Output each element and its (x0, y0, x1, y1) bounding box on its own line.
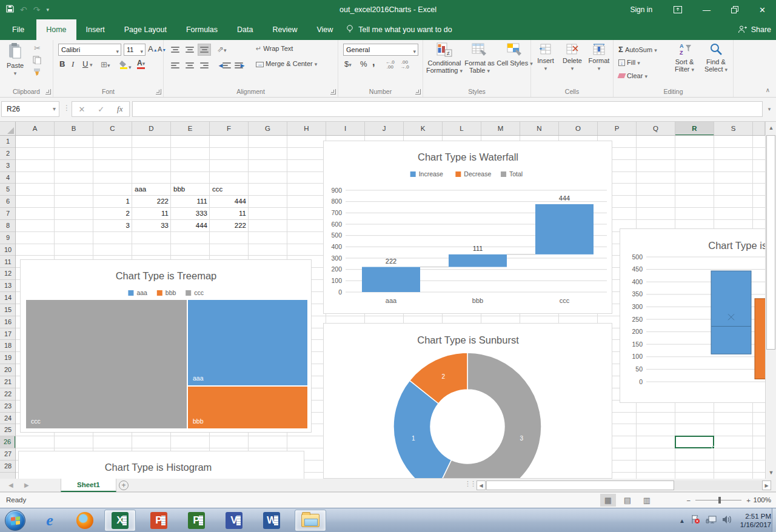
cell-F8[interactable]: 222 (210, 220, 249, 231)
comma-style-icon[interactable]: , (372, 57, 375, 68)
network-icon[interactable] (706, 515, 717, 527)
column-header-F[interactable]: F (210, 122, 249, 136)
minimize-button[interactable]: — (692, 0, 721, 19)
column-header-L[interactable]: L (443, 122, 481, 136)
row-header-25[interactable]: 25 (0, 424, 16, 436)
align-right-icon[interactable] (198, 59, 211, 71)
row-header-24[interactable]: 24 (0, 413, 16, 425)
decrease-indent-icon[interactable]: ◀ (217, 59, 230, 71)
column-header-N[interactable]: N (520, 122, 559, 136)
cell-E6[interactable]: 111 (171, 196, 210, 207)
merge-center-button[interactable]: ↔ Merge & Center ▾ (256, 60, 317, 67)
column-header-H[interactable]: H (287, 122, 326, 136)
tab-insert[interactable]: Insert (76, 19, 115, 40)
cell-D8[interactable]: 33 (132, 220, 171, 231)
formula-input[interactable] (132, 101, 763, 117)
underline-button[interactable]: U (82, 59, 88, 68)
volume-icon[interactable] (722, 515, 732, 527)
show-desktop-button[interactable] (772, 508, 776, 532)
column-header-R[interactable]: R (675, 122, 714, 136)
clock[interactable]: 2:51 PM 1/16/2017 (740, 512, 771, 529)
tell-me-box[interactable]: Tell me what you want to do (343, 19, 452, 40)
increase-indent-icon[interactable]: ▶ (233, 59, 246, 71)
copy-icon[interactable] (33, 56, 41, 65)
column-header-P[interactable]: P (598, 122, 637, 136)
conditional-formatting-button[interactable]: ≠ Conditional Formatting ▾ (426, 42, 463, 75)
chart-box-whisker[interactable]: Chart Type is BoxWhisker0501001502002503… (620, 228, 765, 403)
zoom-out-icon[interactable]: − (687, 497, 691, 504)
row-header-3[interactable]: 3 (0, 160, 16, 172)
cell-C8[interactable]: 3 (93, 220, 132, 231)
select-all-corner[interactable] (0, 122, 16, 136)
row-header-6[interactable]: 6 (0, 196, 16, 208)
cell-F7[interactable]: 11 (210, 208, 249, 219)
accounting-format-icon[interactable]: $▾ (344, 59, 352, 68)
chart-treemap[interactable]: Chart Type is Treemapaaabbbccccccaaabbb (20, 259, 312, 433)
row-header-23[interactable]: 23 (0, 401, 16, 413)
row-header-22[interactable]: 22 (0, 388, 16, 401)
column-header-A[interactable]: A (16, 122, 55, 136)
scroll-right-icon[interactable]: ▶ (762, 480, 771, 490)
font-name-combo[interactable]: Calibri▾ (58, 44, 121, 56)
row-header-14[interactable]: 14 (0, 292, 16, 304)
expand-formula-bar-icon[interactable]: ▾ (764, 101, 775, 117)
zoom-slider[interactable] (695, 500, 741, 500)
borders-icon[interactable]: ⊞▾ (101, 60, 110, 69)
row-header-2[interactable]: 2 (0, 148, 16, 160)
row-header-20[interactable]: 20 (0, 364, 16, 376)
normal-view-icon[interactable]: ▦ (600, 494, 616, 507)
row-header-26[interactable]: 26 (0, 436, 16, 448)
row-header-15[interactable]: 15 (0, 304, 16, 316)
column-header-M[interactable]: M (481, 122, 520, 136)
fill-handle[interactable] (712, 446, 715, 449)
format-painter-icon[interactable] (33, 68, 41, 78)
row-header-18[interactable]: 18 (0, 340, 16, 352)
cell-styles-button[interactable]: Cell Styles ▾ (496, 42, 534, 67)
column-header-B[interactable]: B (55, 122, 93, 136)
cell-E8[interactable]: 444 (171, 220, 210, 231)
align-bottom-icon[interactable] (198, 44, 211, 56)
cell-C6[interactable]: 1 (93, 196, 132, 207)
number-format-combo[interactable]: General▾ (343, 44, 418, 56)
font-color-icon[interactable]: A▾ (137, 59, 145, 67)
cell-D6[interactable]: 222 (132, 196, 171, 207)
percent-style-icon[interactable]: % (360, 59, 367, 68)
decrease-decimal-icon[interactable]: .00→.0 (400, 60, 409, 70)
cell-D5[interactable]: aaa (132, 184, 171, 195)
taskbar-visio[interactable]: V (218, 510, 250, 531)
insert-cells-button[interactable]: Insert▾ (532, 44, 559, 71)
column-header-partial[interactable] (753, 122, 765, 136)
page-break-view-icon[interactable]: ▥ (639, 494, 655, 507)
restore-button[interactable] (721, 0, 749, 19)
delete-cells-button[interactable]: Delete▾ (559, 44, 586, 71)
action-center-flag-icon[interactable] (691, 514, 700, 527)
insert-function-icon[interactable]: fx (117, 104, 122, 114)
collapse-ribbon-icon[interactable]: ∧ (766, 87, 770, 93)
fill-button[interactable]: ↓ Fill ▾ (618, 59, 640, 66)
font-size-combo[interactable]: 11▾ (124, 44, 146, 56)
sheet-nav-right-icon[interactable]: ▶ (24, 479, 29, 492)
row-header-19[interactable]: 19 (0, 352, 16, 364)
row-header-7[interactable]: 7 (0, 208, 16, 220)
chart-waterfall[interactable]: Chart Type is WaterfallIncreaseDecreaseT… (323, 141, 612, 314)
column-header-C[interactable]: C (93, 122, 132, 136)
cancel-icon[interactable]: ✕ (78, 105, 85, 114)
row-header-4[interactable]: 4 (0, 172, 16, 184)
wrap-text-button[interactable]: ↵ Wrap Text (256, 45, 293, 53)
increase-font-icon[interactable]: A▲ (148, 44, 158, 53)
tab-page-layout[interactable]: Page Layout (115, 19, 176, 40)
cell-D7[interactable]: 11 (132, 208, 171, 219)
horizontal-scroll-thumb[interactable] (486, 480, 674, 490)
name-box[interactable]: R26▾ (1, 101, 59, 117)
row-header-11[interactable]: 11 (0, 256, 16, 268)
autosum-button[interactable]: Σ AutoSum ▾ (618, 45, 657, 54)
row-header-21[interactable]: 21 (0, 376, 16, 388)
new-sheet-icon[interactable]: + (119, 480, 129, 490)
cell-E7[interactable]: 333 (171, 208, 210, 219)
vertical-scroll-thumb[interactable] (766, 135, 775, 350)
column-header-G[interactable]: G (249, 122, 287, 136)
tab-data[interactable]: Data (227, 19, 263, 40)
column-header-J[interactable]: J (365, 122, 404, 136)
scroll-left-icon[interactable]: ◀ (477, 480, 486, 490)
bold-button[interactable]: B (59, 59, 65, 68)
